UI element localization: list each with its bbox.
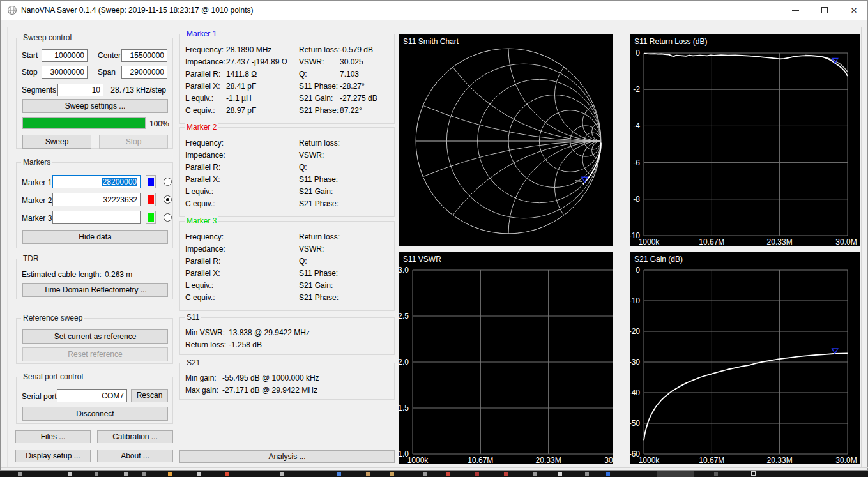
field-label: Min VSWR:: [185, 328, 229, 337]
segments-label: Segments: [22, 86, 56, 95]
taskbar-icon[interactable]: [95, 472, 98, 476]
set-reference-button[interactable]: Set current as reference: [22, 329, 168, 344]
taskbar-icon[interactable]: [475, 472, 479, 476]
panel-divider: [178, 27, 178, 467]
marker2-input[interactable]: 32223632: [52, 193, 141, 206]
maximize-button[interactable]: [810, 1, 839, 20]
field-row: S11 Phase:: [299, 267, 392, 279]
taskbar-icon[interactable]: [366, 472, 370, 476]
serial-port-group: Serial port control Serial port COM7 Res…: [16, 377, 173, 424]
marker1-input[interactable]: 28200000: [52, 175, 141, 188]
marker2-color-button[interactable]: [146, 193, 156, 206]
field-label: Return loss:: [299, 45, 340, 54]
field-value: -28.27°: [340, 82, 365, 91]
marker2-detail-title: Marker 2: [185, 123, 218, 132]
s11-return-loss-chart[interactable]: 0-2-4-6-8-101000k10.67M20.33M30.0MS11 Re…: [630, 34, 860, 246]
marker3-left-column: Frequency:Impedance:Parallel R:Parallel …: [185, 231, 289, 303]
s21-gain-chart[interactable]: 0-10-20-30-40-50-601000k10.67M20.33M30.0…: [630, 252, 860, 464]
field-row: VSWR:: [299, 149, 392, 161]
marker3-right-column: Return loss:VSWR:Q:S11 Phase:S21 Gain:S2…: [299, 231, 392, 303]
marker2-radio[interactable]: [164, 195, 172, 204]
start-input[interactable]: 1000000: [42, 49, 88, 62]
reset-reference-button[interactable]: Reset reference: [22, 347, 168, 361]
title-bar[interactable]: NanoVNA Saver 0.1.4 (Sweep: 2019-11-15 1…: [1, 1, 867, 20]
calibration-button[interactable]: Calibration ...: [97, 430, 173, 443]
field-row: Max gain:-27.171 dB @ 29.9422 MHz: [185, 384, 390, 396]
span-input[interactable]: 29000000: [121, 66, 167, 79]
taskbar-icon[interactable]: [168, 472, 172, 476]
center-input[interactable]: 15500000: [121, 49, 167, 62]
field-label: Impedance:: [185, 57, 226, 66]
field-row: C equiv.:28.97 pF: [185, 104, 289, 116]
rescan-button[interactable]: Rescan: [131, 389, 168, 402]
progress-fill: [23, 118, 145, 128]
svg-text:-20: -20: [630, 327, 640, 336]
taskbar-icon[interactable]: [337, 472, 341, 476]
sweep-settings-button[interactable]: Sweep settings ...: [22, 99, 168, 113]
display-setup-button[interactable]: Display setup ...: [15, 450, 91, 462]
segments-input[interactable]: 10: [57, 84, 103, 96]
field-row: Parallel X:: [185, 173, 289, 185]
field-label: S11 Phase:: [299, 269, 340, 278]
windows-taskbar[interactable]: [0, 471, 868, 477]
cable-length-label: Estimated cable length:: [22, 270, 102, 279]
files-button[interactable]: Files ...: [15, 430, 91, 443]
marker3-color-button[interactable]: [146, 211, 156, 224]
taskbar-icon[interactable]: [124, 472, 128, 476]
taskbar-icon[interactable]: [606, 472, 610, 476]
field-label: Parallel R:: [185, 163, 226, 172]
field-value: -0.579 dB: [340, 45, 373, 54]
marker1-color-button[interactable]: [146, 175, 156, 188]
taskbar-icon[interactable]: [18, 472, 22, 476]
marker3-input[interactable]: [52, 211, 141, 224]
minimize-button[interactable]: [780, 1, 810, 20]
field-row: Parallel X:: [185, 267, 289, 279]
taskbar-icon[interactable]: [142, 472, 146, 476]
marker3-detail-group: Marker 3 Frequency:Impedance:Parallel R:…: [179, 221, 395, 311]
marker2-color-swatch: [148, 195, 154, 204]
close-button[interactable]: ✕: [839, 1, 868, 20]
field-value: -55.495 dB @ 1000.000 kHz: [222, 374, 319, 382]
column-divider: [291, 232, 291, 308]
serial-port-input[interactable]: COM7: [57, 389, 127, 402]
stop-input[interactable]: 30000000: [42, 66, 88, 79]
taskbar-icon[interactable]: [423, 472, 427, 476]
about-button[interactable]: About ...: [97, 450, 173, 462]
field-label: Impedance:: [185, 245, 226, 254]
field-row: S21 Gain:: [299, 185, 392, 197]
marker1-radio[interactable]: [164, 178, 172, 186]
svg-text:1.5: 1.5: [399, 404, 409, 413]
taskbar-icon[interactable]: [390, 472, 394, 476]
taskbar-icon[interactable]: [280, 472, 284, 476]
s11-vswr-chart[interactable]: 3.02.52.01.51.01000k10.67M20.33M30.0MS11…: [399, 252, 613, 464]
taskbar-icon[interactable]: [558, 472, 562, 476]
taskbar-icon[interactable]: [714, 472, 718, 476]
tdr-button[interactable]: Time Domain Reflectometry ...: [22, 283, 168, 297]
sweep-button[interactable]: Sweep: [22, 135, 91, 149]
s11-smith-chart[interactable]: S11 Smith Chart: [399, 34, 613, 246]
taskbar-icon[interactable]: [225, 472, 229, 476]
marker2-label: Marker 2: [22, 196, 52, 205]
taskbar-icon[interactable]: [68, 472, 72, 476]
taskbar-icon[interactable]: [446, 472, 450, 476]
analysis-button[interactable]: Analysis ...: [179, 450, 395, 463]
stop-button[interactable]: Stop: [99, 135, 168, 149]
svg-text:S11 Smith Chart: S11 Smith Chart: [403, 37, 459, 46]
hide-data-button[interactable]: Hide data: [22, 230, 168, 244]
field-row: Frequency:28.1890 MHz: [185, 43, 289, 56]
taskbar-icon[interactable]: [197, 472, 201, 476]
marker2-value: 32223632: [103, 195, 137, 204]
field-label: Min gain:: [185, 374, 222, 382]
taskbar-icon[interactable]: [751, 471, 756, 476]
svg-text:1000k: 1000k: [407, 456, 429, 464]
taskbar-active-app[interactable]: [657, 471, 694, 477]
taskbar-icon[interactable]: [533, 472, 537, 476]
taskbar-icon[interactable]: [504, 472, 508, 476]
field-label: Q:: [299, 257, 340, 266]
marker3-radio[interactable]: [164, 213, 172, 222]
taskbar-icon[interactable]: [585, 472, 589, 476]
disconnect-button[interactable]: Disconnect: [22, 407, 168, 421]
marker2-right-column: Return loss:VSWR:Q:S11 Phase:S21 Gain:S2…: [299, 137, 392, 209]
field-row: Parallel R:1411.8 Ω: [185, 68, 289, 80]
sweep-control-group: Sweep control Start 1000000 Center 15500…: [16, 38, 173, 149]
